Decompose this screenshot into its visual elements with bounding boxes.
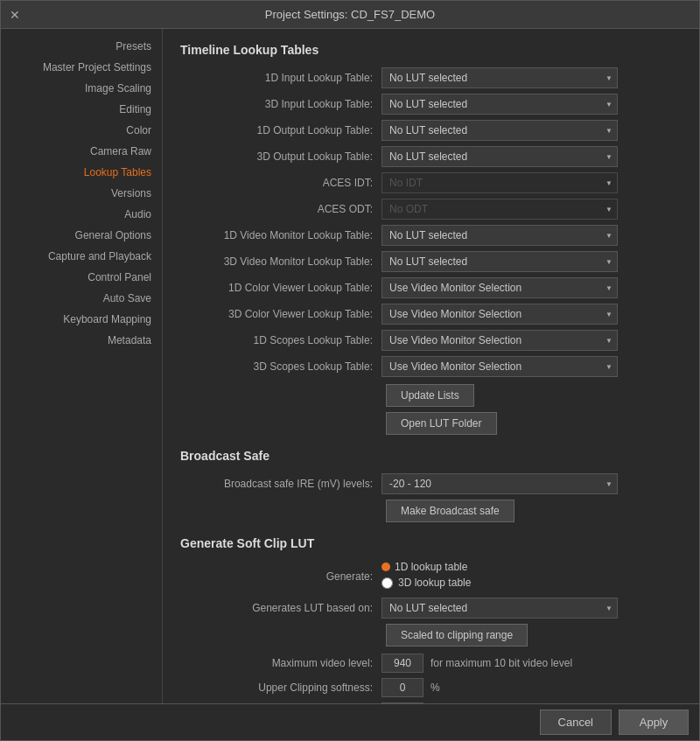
lut-select-3[interactable]: No LUT selected [382, 146, 618, 167]
lut-row-2: 1D Output Lookup Table: No LUT selected [180, 120, 682, 141]
max-video-input[interactable] [382, 654, 424, 673]
sidebar-item-capture-and-playback[interactable]: Capture and Playback [1, 246, 162, 267]
sidebar-item-presets[interactable]: Presets [1, 36, 162, 57]
sidebar-item-editing[interactable]: Editing [1, 99, 162, 120]
broadcast-safe-title: Broadcast Safe [180, 449, 682, 463]
sidebar-item-versions[interactable]: Versions [1, 183, 162, 204]
radio-row-1d: 1D lookup table [382, 561, 471, 573]
radio-3d[interactable] [382, 577, 393, 589]
close-button[interactable]: ✕ [10, 8, 20, 22]
max-video-row: Maximum video level: for maximum 10 bit … [180, 654, 682, 673]
lut-label-7: 3D Video Monitor Lookup Table: [180, 255, 382, 268]
generate-row: Generate: 1D lookup table 3D lookup tabl… [180, 561, 682, 592]
lut-select-8[interactable]: Use Video Monitor Selection [382, 277, 618, 298]
lut-label-10: 1D Scopes Lookup Table: [180, 334, 382, 346]
sidebar: Presets Master Project Settings Image Sc… [1, 29, 163, 703]
lut-select-wrapper-9: Use Video Monitor Selection [382, 304, 618, 325]
sidebar-item-metadata[interactable]: Metadata [1, 330, 162, 351]
sidebar-item-image-scaling[interactable]: Image Scaling [1, 78, 162, 99]
lut-select-wrapper-7: No LUT selected [382, 251, 618, 272]
timeline-lut-section-title: Timeline Lookup Tables [180, 43, 682, 57]
lut-row-8: 1D Color Viewer Lookup Table: Use Video … [180, 277, 682, 298]
lut-based-select[interactable]: No LUT selected [382, 598, 618, 619]
cancel-button[interactable]: Cancel [540, 710, 612, 735]
lut-label-9: 3D Color Viewer Lookup Table: [180, 308, 382, 320]
sidebar-item-color[interactable]: Color [1, 120, 162, 141]
lut-select-wrapper-8: Use Video Monitor Selection [382, 277, 618, 298]
update-lists-button[interactable]: Update Lists [386, 384, 474, 407]
ire-select[interactable]: -20 - 120 [382, 473, 618, 494]
lut-row-1: 3D Input Lookup Table: No LUT selected [180, 94, 682, 115]
lut-select-wrapper-1: No LUT selected [382, 94, 618, 115]
project-settings-window: ✕ Project Settings: CD_FS7_DEMO Presets … [0, 0, 700, 741]
lut-row-5: ACES ODT: No ODT [180, 199, 682, 220]
lut-based-select-wrapper: No LUT selected [382, 598, 618, 619]
sidebar-item-auto-save[interactable]: Auto Save [1, 288, 162, 309]
sidebar-item-control-panel[interactable]: Control Panel [1, 267, 162, 288]
lut-row-4: ACES IDT: No IDT [180, 172, 682, 193]
sidebar-item-lookup-tables[interactable]: Lookup Tables [1, 162, 162, 183]
lut-label-8: 1D Color Viewer Lookup Table: [180, 282, 382, 294]
radio-selected-dot [382, 563, 390, 571]
soft-clip-title: Generate Soft Clip LUT [180, 536, 682, 550]
lut-label-4: ACES IDT: [180, 177, 382, 189]
lut-label-0: 1D Input Lookup Table: [180, 72, 382, 84]
generate-options: 1D lookup table 3D lookup table [382, 561, 471, 592]
soft-clip-section: Generate Soft Clip LUT Generate: 1D look… [180, 536, 682, 703]
lut-based-label: Generates LUT based on: [180, 602, 382, 614]
lut-row-3: 3D Output Lookup Table: No LUT selected [180, 146, 682, 167]
footer: Cancel Apply [1, 703, 699, 740]
sidebar-item-keyboard-mapping[interactable]: Keyboard Mapping [1, 309, 162, 330]
ire-select-wrapper: -20 - 120 [382, 473, 618, 494]
sidebar-item-general-options[interactable]: General Options [1, 225, 162, 246]
generate-label: Generate: [180, 570, 382, 583]
lut-label-2: 1D Output Lookup Table: [180, 124, 382, 136]
option-1d-label: 1D lookup table [395, 561, 467, 573]
make-broadcast-safe-button[interactable]: Make Broadcast safe [386, 500, 514, 522]
scaled-to-clipping-button[interactable]: Scaled to clipping range [386, 624, 528, 647]
sidebar-item-audio[interactable]: Audio [1, 204, 162, 225]
lut-select-wrapper-3: No LUT selected [382, 146, 618, 167]
lut-open-folder-row: Open LUT Folder [386, 412, 682, 435]
lut-label-5: ACES ODT: [180, 203, 382, 215]
lut-based-row: Generates LUT based on: No LUT selected [180, 598, 682, 619]
window-title: Project Settings: CD_FS7_DEMO [265, 8, 435, 21]
sidebar-item-camera-raw[interactable]: Camera Raw [1, 141, 162, 162]
ire-row: Broadcast safe IRE (mV) levels: -20 - 12… [180, 473, 682, 494]
lut-select-7[interactable]: No LUT selected [382, 251, 618, 272]
lut-row-11: 3D Scopes Lookup Table: Use Video Monito… [180, 356, 682, 377]
content-area: Timeline Lookup Tables 1D Input Lookup T… [163, 29, 699, 703]
option-3d-label: 3D lookup table [398, 577, 471, 589]
lut-select-wrapper-4: No IDT [382, 172, 618, 193]
apply-button[interactable]: Apply [619, 710, 689, 735]
main-content: Presets Master Project Settings Image Sc… [1, 29, 699, 703]
lut-row-10: 1D Scopes Lookup Table: Use Video Monito… [180, 330, 682, 351]
lut-label-11: 3D Scopes Lookup Table: [180, 360, 382, 373]
upper-clip-label: Upper Clipping softness: [180, 682, 382, 694]
lut-row-9: 3D Color Viewer Lookup Table: Use Video … [180, 304, 682, 325]
radio-row-3d: 3D lookup table [382, 577, 471, 589]
lut-row-0: 1D Input Lookup Table: No LUT selected [180, 67, 682, 88]
lut-buttons-row: Update Lists [386, 384, 682, 407]
ire-label: Broadcast safe IRE (mV) levels: [180, 478, 382, 490]
lut-select-wrapper-2: No LUT selected [382, 120, 618, 141]
max-video-suffix: for maximum 10 bit video level [430, 657, 572, 669]
lut-label-1: 3D Input Lookup Table: [180, 98, 382, 110]
lut-select-6[interactable]: No LUT selected [382, 225, 618, 246]
lut-select-11[interactable]: Use Video Monitor Selection [382, 356, 618, 377]
lut-select-wrapper-5: No ODT [382, 199, 618, 220]
lut-label-6: 1D Video Monitor Lookup Table: [180, 229, 382, 241]
lut-select-1[interactable]: No LUT selected [382, 94, 618, 115]
make-broadcast-safe-row: Make Broadcast safe [386, 500, 682, 522]
lut-select-9[interactable]: Use Video Monitor Selection [382, 304, 618, 325]
lut-select-0[interactable]: No LUT selected [382, 67, 618, 88]
lut-select-wrapper-0: No LUT selected [382, 67, 618, 88]
sidebar-item-master-project-settings[interactable]: Master Project Settings [1, 57, 162, 78]
upper-clip-input[interactable] [382, 678, 424, 697]
lut-select-10[interactable]: Use Video Monitor Selection [382, 330, 618, 351]
max-video-label: Maximum video level: [180, 657, 382, 669]
lut-select-wrapper-10: Use Video Monitor Selection [382, 330, 618, 351]
open-lut-folder-button[interactable]: Open LUT Folder [386, 412, 497, 435]
lut-select-2[interactable]: No LUT selected [382, 120, 618, 141]
lut-select-4: No IDT [382, 172, 618, 193]
